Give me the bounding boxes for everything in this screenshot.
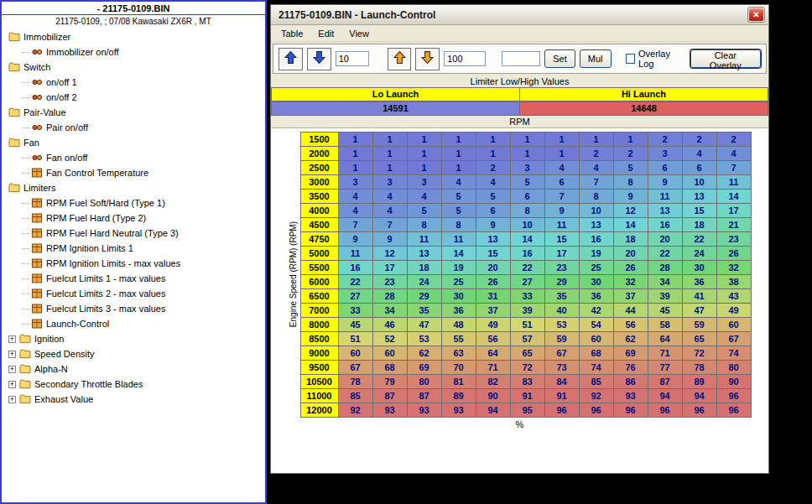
- tree-item-rpm-ignition-limits-1[interactable]: RPM Ignition Limits 1: [2, 241, 265, 256]
- value-cell[interactable]: 44: [613, 304, 648, 318]
- value-cell[interactable]: 93: [441, 403, 476, 418]
- value-cell[interactable]: 17: [372, 261, 407, 275]
- value-cell[interactable]: 45: [338, 318, 372, 332]
- value-cell[interactable]: 13: [682, 190, 716, 204]
- value-cell[interactable]: 96: [613, 403, 648, 418]
- decrease-large-button[interactable]: [415, 48, 440, 70]
- value-cell[interactable]: 7: [338, 218, 372, 232]
- value-cell[interactable]: 12: [372, 247, 407, 261]
- value-cell[interactable]: 30: [682, 261, 716, 275]
- value-cell[interactable]: 60: [338, 346, 372, 361]
- tree-item-fan[interactable]: Fan: [2, 135, 265, 150]
- value-cell[interactable]: 93: [372, 403, 407, 418]
- value-cell[interactable]: 64: [476, 346, 510, 361]
- value-cell[interactable]: 64: [648, 332, 682, 346]
- value-cell[interactable]: 62: [613, 332, 648, 346]
- value-cell[interactable]: 32: [716, 261, 751, 275]
- value-cell[interactable]: 2: [682, 132, 716, 147]
- value-cell[interactable]: 3: [338, 175, 372, 190]
- tree-item-on-off-2[interactable]: on/off 2: [2, 90, 265, 105]
- window-titlebar[interactable]: 21175-0109.BIN - Launch-Control ✕: [271, 5, 768, 25]
- value-cell[interactable]: 78: [682, 361, 716, 375]
- value-cell[interactable]: 16: [648, 218, 682, 232]
- value-cell[interactable]: 42: [579, 304, 613, 318]
- value-cell[interactable]: 36: [441, 304, 476, 318]
- value-cell[interactable]: 34: [372, 304, 407, 318]
- value-cell[interactable]: 16: [579, 232, 613, 247]
- menu-item-view[interactable]: View: [341, 27, 377, 40]
- value-cell[interactable]: 2: [648, 132, 682, 147]
- value-cell[interactable]: 47: [682, 304, 716, 318]
- value-cell[interactable]: 94: [648, 389, 682, 403]
- value-cell[interactable]: 10: [579, 204, 613, 218]
- value-cell[interactable]: 32: [613, 275, 648, 289]
- value-cell[interactable]: 27: [338, 289, 372, 304]
- value-cell[interactable]: 96: [544, 403, 579, 418]
- value-cell[interactable]: 8: [441, 218, 476, 232]
- value-cell[interactable]: 96: [716, 403, 751, 418]
- value-cell[interactable]: 1: [407, 132, 441, 147]
- value-cell[interactable]: 85: [338, 389, 372, 403]
- value-cell[interactable]: 45: [648, 304, 682, 318]
- value-cell[interactable]: 87: [407, 389, 441, 403]
- value-cell[interactable]: 11: [338, 247, 372, 261]
- value-cell[interactable]: 56: [476, 332, 510, 346]
- large-step-input[interactable]: [444, 51, 486, 66]
- value-cell[interactable]: 13: [579, 218, 613, 232]
- value-cell[interactable]: 1: [544, 147, 579, 161]
- value-cell[interactable]: 14: [613, 218, 648, 232]
- value-cell[interactable]: 7: [716, 161, 751, 175]
- expand-plus-icon[interactable]: +: [8, 396, 16, 403]
- value-cell[interactable]: 17: [716, 204, 751, 218]
- value-cell[interactable]: 25: [579, 261, 613, 275]
- value-cell[interactable]: 4: [441, 175, 476, 190]
- set-value-input[interactable]: [502, 51, 540, 66]
- value-cell[interactable]: 24: [682, 247, 716, 261]
- decrease-small-button[interactable]: [307, 48, 331, 70]
- clear-overlay-button[interactable]: Clear Overlay: [690, 49, 761, 68]
- value-cell[interactable]: 39: [648, 289, 682, 304]
- value-cell[interactable]: 11: [648, 190, 682, 204]
- value-cell[interactable]: 4: [544, 161, 579, 175]
- value-cell[interactable]: 54: [579, 318, 613, 332]
- value-cell[interactable]: 77: [648, 361, 682, 375]
- value-cell[interactable]: 72: [510, 361, 544, 375]
- value-cell[interactable]: 43: [716, 289, 751, 304]
- value-cell[interactable]: 96: [716, 389, 751, 403]
- value-cell[interactable]: 35: [544, 289, 579, 304]
- value-cell[interactable]: 4: [338, 204, 372, 218]
- value-cell[interactable]: 8: [407, 218, 441, 232]
- value-cell[interactable]: 15: [682, 204, 716, 218]
- value-cell[interactable]: 26: [716, 247, 751, 261]
- value-cell[interactable]: 35: [407, 304, 441, 318]
- value-cell[interactable]: 57: [510, 332, 544, 346]
- value-cell[interactable]: 1: [372, 132, 407, 147]
- value-cell[interactable]: 20: [476, 261, 510, 275]
- tree-item-rpm-fuel-hard-neutral-type-3[interactable]: RPM Fuel Hard Neutral (Type 3): [2, 226, 265, 241]
- value-cell[interactable]: 1: [338, 132, 372, 147]
- value-cell[interactable]: 85: [579, 375, 613, 389]
- value-cell[interactable]: 48: [441, 318, 476, 332]
- value-cell[interactable]: 1: [407, 147, 441, 161]
- value-cell[interactable]: 71: [476, 361, 510, 375]
- value-cell[interactable]: 7: [544, 190, 579, 204]
- value-cell[interactable]: 1: [544, 132, 579, 147]
- value-cell[interactable]: 4: [579, 161, 613, 175]
- value-cell[interactable]: 22: [510, 261, 544, 275]
- small-step-input[interactable]: [336, 51, 369, 66]
- tree-item-immobilizer-on-off[interactable]: Immobilizer on/off: [2, 44, 265, 60]
- value-cell[interactable]: 51: [510, 318, 544, 332]
- value-cell[interactable]: 14: [441, 247, 476, 261]
- value-cell[interactable]: 1: [372, 147, 407, 161]
- value-cell[interactable]: 10: [510, 218, 544, 232]
- value-cell[interactable]: 78: [338, 375, 372, 389]
- value-cell[interactable]: 20: [613, 247, 648, 261]
- value-cell[interactable]: 53: [544, 318, 579, 332]
- value-cell[interactable]: 74: [579, 361, 613, 375]
- value-cell[interactable]: 68: [372, 361, 407, 375]
- value-cell[interactable]: 70: [441, 361, 476, 375]
- tree-item-limiters[interactable]: Limiters: [2, 180, 265, 195]
- value-cell[interactable]: 5: [510, 175, 544, 190]
- value-cell[interactable]: 60: [579, 332, 613, 346]
- value-cell[interactable]: 34: [648, 275, 682, 289]
